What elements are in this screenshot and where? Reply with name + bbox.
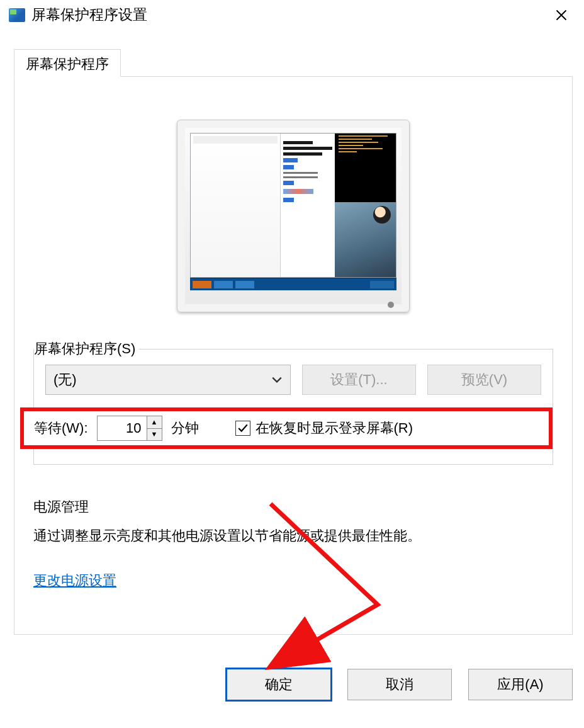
screensaver-group-label: 屏幕保护程序(S) bbox=[34, 339, 139, 358]
spinner-up[interactable]: ▲ bbox=[147, 416, 162, 429]
screensaver-select-value: (无) bbox=[53, 370, 271, 389]
close-button[interactable] bbox=[542, 3, 580, 28]
cancel-button[interactable]: 取消 bbox=[347, 669, 452, 700]
tab-panel: 屏幕保护程序(S) (无) 设置(T)... 预览(V) 等待(W): bbox=[14, 76, 573, 635]
spinner-down[interactable]: ▼ bbox=[147, 429, 162, 441]
dialog-button-row: 确定 取消 应用(A) bbox=[227, 669, 573, 700]
tab-control: 屏幕保护程序 bbox=[14, 49, 573, 635]
check-icon bbox=[237, 423, 249, 434]
screensaver-group: 屏幕保护程序(S) (无) 设置(T)... 预览(V) 等待(W): bbox=[33, 349, 553, 465]
settings-button: 设置(T)... bbox=[302, 365, 416, 395]
preview-area bbox=[33, 120, 553, 312]
tab-screensaver[interactable]: 屏幕保护程序 bbox=[14, 49, 121, 77]
monitor-screen bbox=[190, 133, 396, 278]
chevron-down-icon bbox=[271, 374, 283, 385]
preview-button: 预览(V) bbox=[427, 365, 541, 395]
tab-label-text: 屏幕保护程序 bbox=[26, 56, 109, 72]
wait-value-input[interactable] bbox=[98, 416, 147, 440]
power-heading: 电源管理 bbox=[33, 498, 553, 516]
change-power-settings-link[interactable]: 更改电源设置 bbox=[33, 572, 116, 588]
title-bar: 屏幕保护程序设置 bbox=[0, 0, 584, 30]
monitor-frame bbox=[177, 120, 410, 312]
window-title: 屏幕保护程序设置 bbox=[31, 5, 147, 25]
apply-button[interactable]: 应用(A) bbox=[468, 669, 573, 700]
app-icon bbox=[9, 8, 25, 22]
close-icon bbox=[555, 9, 568, 21]
preview-taskbar bbox=[190, 278, 396, 290]
ok-button[interactable]: 确定 bbox=[227, 669, 331, 700]
resume-login-checkbox[interactable] bbox=[235, 421, 250, 436]
screensaver-select[interactable]: (无) bbox=[45, 365, 291, 395]
power-description: 通过调整显示亮度和其他电源设置以节省能源或提供最佳性能。 bbox=[33, 525, 553, 546]
wait-unit: 分钟 bbox=[171, 419, 199, 438]
power-group: 电源管理 通过调整显示亮度和其他电源设置以节省能源或提供最佳性能。 更改电源设置 bbox=[33, 490, 553, 590]
wait-spinner[interactable]: ▲ ▼ bbox=[97, 416, 162, 441]
wait-row-highlight: 等待(W): ▲ ▼ 分钟 在恢复时显示登录屏幕(R) bbox=[20, 407, 553, 449]
wait-label: 等待(W): bbox=[34, 419, 88, 438]
resume-login-label: 在恢复时显示登录屏幕(R) bbox=[256, 419, 413, 438]
